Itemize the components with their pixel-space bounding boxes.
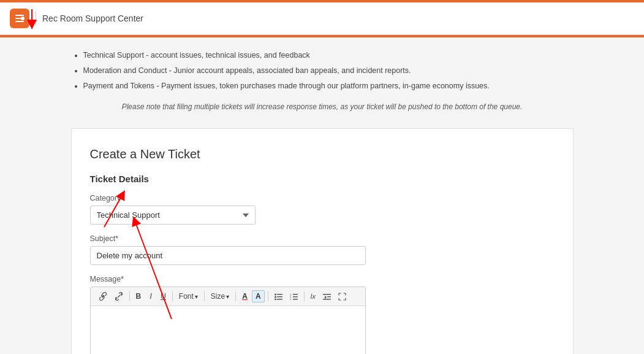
subject-label: Subject* [90,234,555,243]
svg-text:3.: 3. [290,298,292,300]
toolbar-sep-2 [172,291,173,301]
message-group: Message* B I U [90,275,555,354]
form-section: Create a New Ticket Ticket Details Categ… [71,128,574,354]
clear-format-button[interactable]: Ix [308,291,319,301]
svg-point-9 [275,298,276,300]
header-title: Rec Room Support Center [42,13,143,23]
svg-rect-6 [277,294,282,295]
main-content: Technical Support - account issues, tech… [47,37,598,354]
logo-icon [10,9,29,28]
list-item: Technical Support - account issues, tech… [83,50,574,61]
category-select[interactable]: Technical Support Moderation and Conduct… [90,206,256,225]
header: Rec Room Support Center [0,0,644,35]
svg-rect-19 [323,299,331,300]
svg-point-5 [275,293,276,295]
font-color-button[interactable]: A [239,291,251,302]
bold-button[interactable]: B [133,291,145,302]
notice-text: Please note that filing multiple tickets… [71,102,574,111]
indent-button[interactable] [320,292,334,301]
svg-rect-10 [277,299,282,300]
editor-toolbar: B I U Font Size A [91,287,365,306]
category-label: Category* [90,194,555,202]
unlink-button[interactable] [112,291,126,302]
form-title: Create a New Ticket [90,147,555,161]
svg-rect-18 [327,296,331,298]
svg-point-4 [21,17,25,20]
list-item: Moderation and Conduct - Junior account … [83,65,574,77]
message-label: Message* [90,275,555,283]
toolbar-sep-3 [204,291,205,301]
size-dropdown[interactable]: Size [208,291,232,302]
svg-rect-12 [293,294,298,295]
header-divider [36,11,36,26]
fullscreen-button[interactable] [335,291,349,302]
font-dropdown[interactable]: Font [176,291,201,302]
toolbar-sep-6 [304,291,305,301]
highlight-button[interactable]: A [252,290,265,302]
toolbar-sep-5 [268,291,268,301]
svg-rect-16 [293,299,298,300]
svg-rect-8 [277,296,282,298]
category-group: Category* Technical Support Moderation a… [90,194,555,225]
svg-rect-1 [15,15,24,16]
ordered-list-button[interactable]: 1.2.3. [287,292,301,301]
message-editor[interactable]: B I U Font Size A [90,287,366,354]
message-body[interactable] [91,306,365,354]
subject-input[interactable] [90,246,366,265]
list-item: Payment and Tokens - Payment issues, tok… [83,80,574,92]
form-subtitle: Ticket Details [90,174,555,184]
svg-rect-17 [323,294,331,295]
svg-rect-3 [15,21,24,22]
underline-button[interactable]: U [157,291,169,302]
toolbar-sep-4 [235,291,236,301]
unordered-list-button[interactable] [271,292,286,301]
subject-group: Subject* [90,234,555,265]
svg-point-7 [275,296,276,298]
toolbar-sep-1 [129,291,130,301]
italic-button[interactable]: I [145,291,156,302]
link-button[interactable] [96,291,110,302]
svg-rect-14 [293,296,298,298]
info-list: Technical Support - account issues, tech… [71,50,574,91]
svg-rect-2 [15,18,21,19]
